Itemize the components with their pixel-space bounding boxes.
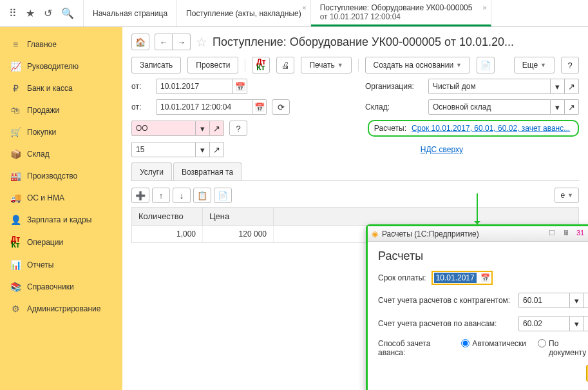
cell-quantity[interactable]: 1,000 <box>132 226 203 242</box>
open-icon[interactable]: ↗ <box>584 293 588 308</box>
open-icon[interactable]: ↗ <box>210 142 224 157</box>
apps-icon[interactable]: ⠿ <box>9 7 17 19</box>
favorite-icon[interactable]: ☆ <box>196 34 207 50</box>
dropdown-icon[interactable]: ▾ <box>551 99 565 115</box>
calc-link[interactable]: Срок 10.01.2017, 60.01, 60.02, зачет ава… <box>412 124 573 133</box>
dtkt-button[interactable]: ДтКт <box>252 57 270 73</box>
due-date-input[interactable]: 10.01.2017 <box>434 273 477 283</box>
annotation-arrow <box>477 193 478 227</box>
move-down-button[interactable]: ↓ <box>173 188 191 203</box>
move-up-button[interactable]: ↑ <box>152 188 170 203</box>
sidebar-label: Руководителю <box>27 62 79 71</box>
subtab-returnable[interactable]: Возвратная та <box>173 162 242 180</box>
add-row-button[interactable]: ➕ <box>131 188 149 203</box>
tab-receipts-list[interactable]: Поступление (акты, накладные) × <box>177 0 311 26</box>
warehouse-label: Склад: <box>365 102 423 112</box>
sidebar-item-admin[interactable]: ⚙Администрирование <box>0 298 122 320</box>
star-icon[interactable]: ★ <box>26 7 35 19</box>
sidebar-item-reports[interactable]: 📊Отчеты <box>0 254 122 276</box>
date-input[interactable]: 10.01.2017 <box>156 79 233 94</box>
contractor-input[interactable]: ОО <box>131 121 196 136</box>
subtab-strip: Услуги Возвратная та <box>131 162 579 181</box>
ruble-icon: ₽ <box>10 83 21 93</box>
calc-icon[interactable]: 🖩 <box>561 229 571 239</box>
org-input[interactable]: Чистый дом <box>428 79 551 94</box>
sidebar-item-purchases[interactable]: 🛒Покупки <box>0 121 122 143</box>
post-button[interactable]: Провести <box>187 57 238 73</box>
dropdown-icon[interactable]: ▾ <box>551 79 565 94</box>
dropdown-icon[interactable]: ▾ <box>196 142 210 157</box>
tab-home[interactable]: Начальная страница <box>84 0 177 26</box>
calendar-icon[interactable]: 31 <box>575 229 585 239</box>
close-icon[interactable]: × <box>482 4 486 12</box>
more-button[interactable]: Еще▼ <box>514 57 555 73</box>
forward-button[interactable]: → <box>173 34 191 50</box>
sidebar-item-sales[interactable]: 🛍Продажи <box>0 99 122 121</box>
due-label: Срок оплаты: <box>378 273 426 282</box>
create-based-button[interactable]: Создать на основании▼ <box>365 57 470 73</box>
paste-button[interactable]: 📄 <box>214 188 232 203</box>
cell-price[interactable]: 120 000 <box>203 226 274 242</box>
dtkt-icon: ДтКт <box>10 237 21 248</box>
close-icon[interactable]: × <box>302 4 306 12</box>
table-more-button[interactable]: е▼ <box>555 188 579 203</box>
open-icon[interactable]: ↗ <box>584 316 588 331</box>
col-price[interactable]: Цена <box>203 208 274 225</box>
tab-label: Начальная страница <box>93 9 167 18</box>
open-icon[interactable]: ↗ <box>565 79 579 94</box>
calendar-icon[interactable]: 📅 <box>252 99 267 115</box>
sidebar-item-main[interactable]: ≡Главное <box>0 34 122 55</box>
sidebar-item-assets[interactable]: 🚚ОС и НМА <box>0 187 122 209</box>
sidebar-label: Отчеты <box>27 260 53 269</box>
due-date-highlight: 10.01.2017 📅 <box>432 271 493 285</box>
person-icon: 👤 <box>10 215 21 225</box>
search-icon[interactable]: 🔍 <box>61 7 74 19</box>
save-button[interactable]: Записать <box>131 57 181 73</box>
print-button[interactable]: Печать▼ <box>301 57 351 73</box>
page-title: Поступление: Оборудование УК00-000005 от… <box>213 35 579 49</box>
box-icon: 📦 <box>10 149 21 159</box>
back-button[interactable]: ← <box>155 34 173 50</box>
contract-input[interactable]: 15 <box>131 142 196 157</box>
attach-button[interactable]: 📄 <box>477 57 495 73</box>
sidebar-item-bank[interactable]: ₽Банк и касса <box>0 77 122 99</box>
warehouse-input[interactable]: Основной склад <box>428 99 551 115</box>
help-icon[interactable]: ? <box>229 121 247 136</box>
help-button[interactable]: ? <box>561 57 579 73</box>
calendar-icon[interactable]: 📅 <box>233 79 247 94</box>
dropdown-icon[interactable]: ▾ <box>196 121 210 136</box>
sidebar-item-warehouse[interactable]: 📦Склад <box>0 143 122 165</box>
subtab-services[interactable]: Услуги <box>131 162 172 180</box>
sidebar-item-catalogs[interactable]: 📚Справочники <box>0 276 122 298</box>
dropdown-icon[interactable]: ▾ <box>570 293 584 308</box>
sidebar-label: Покупки <box>27 128 56 137</box>
calendar-icon[interactable]: 📅 <box>480 273 490 282</box>
modal-titlebar[interactable]: ◉ Расчеты (1С:Предприятие) ☐ 🖩 31 M M+ M… <box>368 226 588 242</box>
open-icon[interactable]: ↗ <box>210 121 224 136</box>
modal-heading: Расчеты <box>378 249 588 263</box>
tab-label: Поступление: Оборудование УК00-000005 <box>320 3 482 12</box>
copy-button[interactable]: 📋 <box>193 188 211 203</box>
sidebar-item-production[interactable]: 🏭Производство <box>0 165 122 187</box>
win-icon[interactable]: ☐ <box>547 229 557 239</box>
acc1-input[interactable]: 60.01 <box>518 293 570 308</box>
tab-receipt-doc[interactable]: Поступление: Оборудование УК00-000005 от… <box>311 0 491 26</box>
datetime-input[interactable]: 10.01.2017 12:00:04 <box>156 99 252 115</box>
radio-auto[interactable]: Автоматически <box>461 339 526 348</box>
sidebar-item-manager[interactable]: 📈Руководителю <box>0 55 122 77</box>
vat-link[interactable]: НДС сверху <box>421 145 463 154</box>
sidebar-item-hr[interactable]: 👤Зарплата и кадры <box>0 209 122 231</box>
home-button[interactable]: 🏠 <box>131 34 149 50</box>
sidebar-label: Главное <box>27 40 57 49</box>
sidebar-item-operations[interactable]: ДтКтОперации <box>0 231 122 254</box>
dropdown-icon[interactable]: ▾ <box>570 316 584 331</box>
refresh-icon[interactable]: ⟳ <box>272 99 290 115</box>
print-icon-button[interactable]: 🖨 <box>276 57 294 73</box>
open-icon[interactable]: ↗ <box>565 99 579 115</box>
acc2-input[interactable]: 60.02 <box>518 316 570 331</box>
col-quantity[interactable]: Количество <box>132 208 203 225</box>
sidebar-label: ОС и НМА <box>27 193 64 202</box>
history-icon[interactable]: ↺ <box>44 7 52 19</box>
chart-icon: 📈 <box>10 61 21 72</box>
radio-by-doc[interactable]: По документу <box>538 339 588 357</box>
